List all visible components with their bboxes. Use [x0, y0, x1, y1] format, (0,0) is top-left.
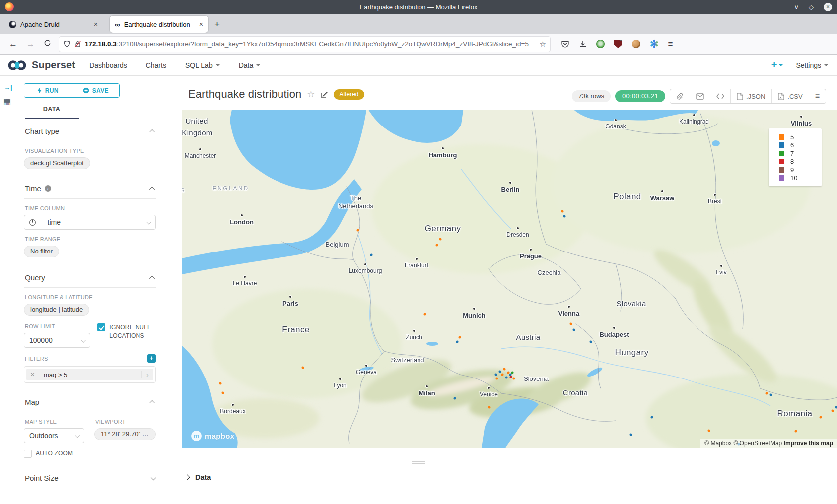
- earthquake-point[interactable]: [795, 430, 797, 433]
- viewport-value[interactable]: 11° 28' 29.70" | 50...: [94, 428, 156, 440]
- earthquake-point[interactable]: [505, 377, 508, 379]
- earthquake-point[interactable]: [424, 313, 426, 316]
- privacy-badger-icon[interactable]: [596, 40, 605, 48]
- lonlat-value[interactable]: longitude | latitude: [24, 304, 89, 316]
- menu-icon[interactable]: ≡: [668, 39, 673, 49]
- nav-item-charts[interactable]: Charts: [146, 61, 166, 69]
- earthquake-point[interactable]: [766, 392, 768, 395]
- window-close-icon[interactable]: ×: [824, 3, 832, 11]
- superset-logo[interactable]: Superset: [7, 59, 75, 72]
- window-minimize-icon[interactable]: ∨: [794, 4, 799, 10]
- earthquake-point[interactable]: [832, 410, 834, 412]
- earthquake-point[interactable]: [835, 406, 837, 409]
- add-filter-button[interactable]: +: [147, 354, 156, 363]
- map-style-select[interactable]: Outdoors: [24, 428, 84, 443]
- earthquake-point[interactable]: [499, 371, 501, 373]
- time-range-value[interactable]: No filter: [24, 246, 59, 257]
- url-bar[interactable]: 172.18.0.3:32108/superset/explore/?form_…: [59, 37, 550, 52]
- map-canvas[interactable]: UnitedKingdomManchesterENGLANDESLondonLe…: [182, 110, 837, 448]
- earthquake-point[interactable]: [503, 368, 506, 371]
- earthquake-point[interactable]: [456, 341, 459, 343]
- earthquake-point[interactable]: [454, 397, 456, 400]
- earthquake-point[interactable]: [590, 341, 592, 343]
- improve-map-link[interactable]: Improve this map: [784, 440, 833, 447]
- legend-item[interactable]: 10: [779, 174, 822, 183]
- earthquake-point[interactable]: [302, 367, 304, 369]
- panel-resize-handle[interactable]: [412, 461, 425, 465]
- url-text[interactable]: 172.18.0.3:32108/superset/explore/?form_…: [85, 40, 536, 48]
- run-button[interactable]: RUN: [24, 84, 72, 97]
- section-map[interactable]: Map: [24, 390, 156, 412]
- mapbox-logo[interactable]: m mapbox: [191, 431, 234, 441]
- save-button[interactable]: SAVE: [72, 84, 120, 97]
- edit-filter-chevron-icon[interactable]: ›: [141, 371, 153, 378]
- export-csv-button[interactable]: .CSV: [771, 89, 808, 103]
- earthquake-point[interactable]: [708, 430, 710, 432]
- lock-insecure-icon[interactable]: [74, 40, 81, 48]
- new-tab-button[interactable]: +: [214, 19, 220, 30]
- bookmark-star-icon[interactable]: ☆: [540, 40, 546, 49]
- earthquake-point[interactable]: [222, 392, 224, 394]
- copy-link-button[interactable]: [670, 89, 690, 103]
- chart-menu-button[interactable]: ≡: [809, 89, 826, 103]
- embed-code-button[interactable]: [710, 89, 730, 103]
- time-column-select[interactable]: __time: [24, 215, 156, 230]
- shield-icon[interactable]: [63, 40, 71, 48]
- settings-menu[interactable]: Settings: [796, 61, 828, 69]
- email-button[interactable]: [690, 89, 710, 103]
- earthquake-point[interactable]: [510, 376, 512, 378]
- earthquake-point[interactable]: [219, 382, 222, 385]
- viz-type-value[interactable]: deck.gl Scatterplot: [24, 157, 90, 169]
- data-panel-toggle[interactable]: Data: [185, 473, 211, 481]
- download-icon[interactable]: [579, 40, 587, 48]
- reload-icon[interactable]: [44, 39, 51, 49]
- earthquake-point[interactable]: [630, 434, 632, 436]
- expand-dataset-panel-icon[interactable]: →|: [4, 84, 12, 91]
- earthquake-point[interactable]: [570, 323, 572, 325]
- earthquake-point[interactable]: [820, 416, 822, 419]
- back-icon[interactable]: ←: [9, 39, 17, 49]
- new-chart-button[interactable]: +: [771, 59, 783, 71]
- earthquake-point[interactable]: [496, 378, 498, 380]
- earthquake-point[interactable]: [511, 372, 514, 374]
- earthquake-point[interactable]: [651, 416, 653, 419]
- section-query[interactable]: Query: [24, 265, 156, 287]
- tab-close-icon[interactable]: ×: [94, 20, 98, 28]
- earthquake-point[interactable]: [573, 329, 575, 331]
- earthquake-point[interactable]: [436, 244, 438, 247]
- forward-icon[interactable]: →: [26, 39, 35, 49]
- legend-item[interactable]: 6: [779, 141, 822, 150]
- nav-item-sql-lab[interactable]: SQL Lab: [185, 61, 220, 69]
- edit-properties-icon[interactable]: [320, 90, 328, 98]
- map-attribution[interactable]: © Mapbox © OpenStreetMap Improve this ma…: [700, 439, 837, 448]
- legend-item[interactable]: 9: [779, 166, 822, 174]
- export-json-button[interactable]: .JSON: [730, 89, 771, 103]
- section-point-size[interactable]: Point Size: [24, 466, 156, 488]
- tab-close-icon[interactable]: ×: [199, 20, 203, 28]
- earthquake-point[interactable]: [370, 254, 373, 256]
- earthquake-point[interactable]: [495, 374, 497, 376]
- earthquake-point[interactable]: [563, 215, 566, 218]
- filter-item[interactable]: ✕ mag > 5 ›: [26, 369, 153, 380]
- row-limit-select[interactable]: 100000: [24, 333, 90, 348]
- adblock-shield-icon[interactable]: 2: [614, 40, 622, 48]
- pocket-icon[interactable]: [561, 40, 569, 48]
- earthquake-point[interactable]: [439, 238, 442, 241]
- legend-item[interactable]: 7: [779, 149, 822, 158]
- extension-asterisk-icon[interactable]: ✻: [650, 39, 659, 49]
- ignore-null-checkbox[interactable]: [97, 323, 105, 331]
- earthquake-point[interactable]: [459, 336, 461, 339]
- nav-item-data[interactable]: Data: [239, 61, 261, 69]
- earthquake-point[interactable]: [501, 374, 504, 376]
- dataset-grid-icon[interactable]: ▦: [3, 97, 11, 106]
- earthquake-point[interactable]: [770, 394, 772, 396]
- earthquake-point[interactable]: [513, 378, 515, 380]
- earthquake-point[interactable]: [561, 210, 564, 213]
- legend-item[interactable]: 5: [779, 133, 822, 141]
- altered-badge[interactable]: Altered: [334, 89, 364, 100]
- section-time[interactable]: Timei: [24, 176, 156, 198]
- legend-item[interactable]: 8: [779, 158, 822, 166]
- auto-zoom-checkbox[interactable]: [24, 450, 32, 458]
- earthquake-point[interactable]: [357, 229, 359, 232]
- window-maximize-icon[interactable]: ◇: [809, 4, 814, 10]
